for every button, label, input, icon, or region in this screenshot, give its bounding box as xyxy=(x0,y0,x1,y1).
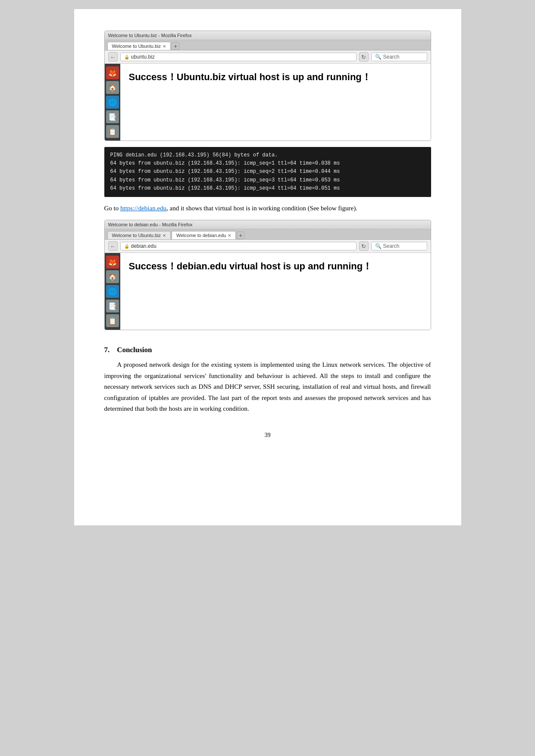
terminal-line-3: 64 bytes from ubuntu.biz (192.168.43.195… xyxy=(110,168,425,176)
back-button-2[interactable]: ← xyxy=(108,241,118,251)
section-conclusion: 7. Conclusion A proposed network design … xyxy=(104,346,431,415)
sidebar-icon-browser-2[interactable]: 🌐 xyxy=(106,285,119,298)
browser-sidebar-2: 🦊 🏠 🌐 📑 📋 xyxy=(105,253,120,330)
browser-title-2: Welcome to debian.edu - Mozilla Firefox xyxy=(108,222,193,227)
sidebar-icon-history-2[interactable]: 📋 xyxy=(106,314,119,327)
page: Welcome to Ubuntu.biz - Mozilla Firefox … xyxy=(74,9,462,526)
terminal-line-2: 64 bytes from ubuntu.biz (192.168.43.195… xyxy=(110,159,425,168)
sidebar-icon-home-1[interactable]: 🏠 xyxy=(106,81,119,94)
back-button-1[interactable]: ← xyxy=(108,52,118,62)
browser-content-1: Success！Ubuntu.biz virtual host is up an… xyxy=(120,64,431,141)
tab-2-label-1: Welcome to Ubuntu.biz xyxy=(112,233,161,238)
browser-body-2: 🦊 🏠 🌐 📑 📋 Success！debian.edu virtual hos… xyxy=(105,253,431,330)
lock-icon-2: 🔒 xyxy=(124,244,129,249)
sidebar-icon-bookmark-1[interactable]: 📑 xyxy=(106,110,119,123)
search-icon-1: 🔍 xyxy=(375,54,382,60)
section-title: Conclusion xyxy=(117,346,152,354)
browser-tab-1-active[interactable]: Welcome to Ubuntu.biz ✕ xyxy=(107,42,171,50)
debian-edu-link[interactable]: https://debian.edu xyxy=(120,205,166,212)
browser-body-1: 🦊 🏠 🌐 📑 📋 Success！Ubuntu.biz virtual hos… xyxy=(105,64,431,141)
browser-window-2: Welcome to debian.edu - Mozilla Firefox … xyxy=(104,220,431,330)
success-heading-1: Success！Ubuntu.biz virtual host is up an… xyxy=(129,71,422,84)
browser-title-1: Welcome to Ubuntu.biz - Mozilla Firefox xyxy=(108,33,192,38)
tab-2-label-2: Welcome to debian.edu xyxy=(176,233,226,238)
body-text-suffix: , and it shows that virtual host is in w… xyxy=(166,205,357,212)
new-tab-button-1[interactable]: + xyxy=(172,42,179,50)
tab-1-label: Welcome to Ubuntu.biz xyxy=(112,44,161,49)
search-icon-2: 🔍 xyxy=(375,243,382,249)
page-number: 39 xyxy=(104,432,431,439)
lock-icon-1: 🔒 xyxy=(124,55,129,59)
conclusion-text: A proposed network design for the existi… xyxy=(104,361,431,412)
search-label-2: Search xyxy=(383,243,400,249)
terminal-line-4: 64 bytes from ubuntu.biz (192.168.43.195… xyxy=(110,176,425,184)
conclusion-paragraph: A proposed network design for the existi… xyxy=(104,359,431,415)
terminal-line-1: PING debian.edu (192.168.43.195) 56(84) … xyxy=(110,151,425,159)
url-text-2: debian.edu xyxy=(131,243,156,249)
search-bar-2[interactable]: 🔍 Search xyxy=(371,242,427,250)
browser-sidebar-1: 🦊 🏠 🌐 📑 📋 xyxy=(105,64,120,141)
sidebar-icon-firefox-1[interactable]: 🦊 xyxy=(106,66,119,79)
search-label-1: Search xyxy=(383,54,400,60)
browser-tabs-1: Welcome to Ubuntu.biz ✕ + xyxy=(105,40,431,50)
tab-close-icon-2b[interactable]: ✕ xyxy=(228,233,231,238)
browser-titlebar-1: Welcome to Ubuntu.biz - Mozilla Firefox xyxy=(105,31,431,40)
refresh-button-2[interactable]: ↻ xyxy=(359,241,369,251)
section-heading: 7. Conclusion xyxy=(104,346,431,354)
browser-tabs-2: Welcome to Ubuntu.biz ✕ Welcome to debia… xyxy=(105,229,431,240)
browser-window-1: Welcome to Ubuntu.biz - Mozilla Firefox … xyxy=(104,31,431,141)
url-bar-1[interactable]: 🔒 ubuntu.biz xyxy=(120,53,357,61)
url-text-1: ubuntu.biz xyxy=(131,54,155,60)
search-bar-1[interactable]: 🔍 Search xyxy=(371,53,427,61)
page-number-value: 39 xyxy=(265,432,271,438)
browser-toolbar-2: ← 🔒 debian.edu ↻ 🔍 Search xyxy=(105,240,431,253)
new-tab-button-2[interactable]: + xyxy=(237,231,244,239)
refresh-button-1[interactable]: ↻ xyxy=(359,52,369,62)
browser-content-2: Success！debian.edu virtual host is up an… xyxy=(120,253,431,330)
browser-titlebar-2: Welcome to debian.edu - Mozilla Firefox xyxy=(105,220,431,229)
body-paragraph-1: Go to https://debian.edu, and it shows t… xyxy=(104,203,431,214)
tab-close-icon-1[interactable]: ✕ xyxy=(163,44,166,49)
browser-tab-2-active[interactable]: Welcome to debian.edu ✕ xyxy=(172,231,236,239)
sidebar-icon-bookmark-2[interactable]: 📑 xyxy=(106,300,119,312)
browser-tab-2-inactive[interactable]: Welcome to Ubuntu.biz ✕ xyxy=(107,231,171,239)
terminal-line-5: 64 bytes from ubuntu.biz (192.168.43.195… xyxy=(110,184,425,193)
sidebar-icon-home-2[interactable]: 🏠 xyxy=(106,270,119,283)
sidebar-icon-firefox-2[interactable]: 🦊 xyxy=(106,256,119,269)
section-number: 7. xyxy=(104,346,110,354)
success-heading-2: Success！debian.edu virtual host is up an… xyxy=(129,260,422,273)
body-text-prefix: Go to xyxy=(104,205,121,212)
terminal-block: PING debian.edu (192.168.43.195) 56(84) … xyxy=(104,147,431,197)
tab-close-icon-2a[interactable]: ✕ xyxy=(163,233,166,238)
url-bar-2[interactable]: 🔒 debian.edu xyxy=(120,242,357,250)
sidebar-icon-browser-1[interactable]: 🌐 xyxy=(106,96,119,109)
browser-toolbar-1: ← 🔒 ubuntu.biz ↻ 🔍 Search xyxy=(105,50,431,64)
sidebar-icon-history-1[interactable]: 📋 xyxy=(106,125,119,138)
